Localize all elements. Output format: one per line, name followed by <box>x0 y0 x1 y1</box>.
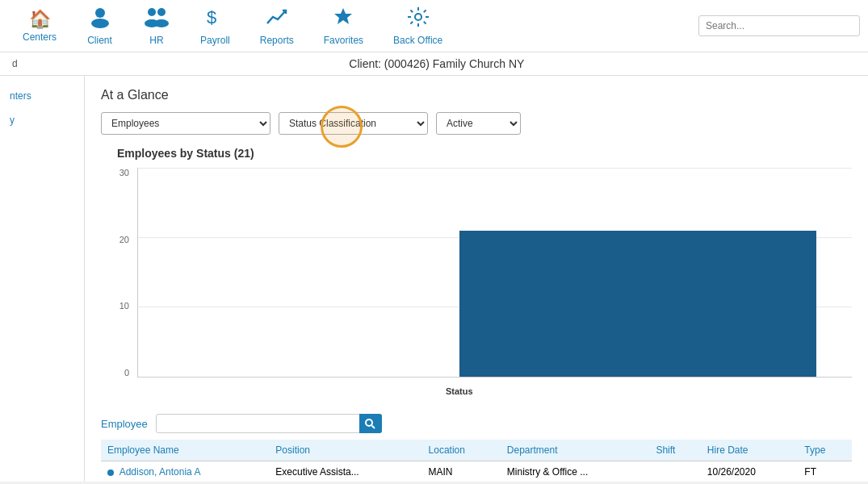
svg-point-9 <box>366 419 372 426</box>
y-label-30: 30 <box>120 168 129 177</box>
main-layout: nters y At a Glance Employees Status Cla… <box>0 76 868 482</box>
nav-payroll-label: Payroll <box>200 35 230 46</box>
back-office-icon <box>406 6 430 33</box>
nav-payroll[interactable]: $ Payroll <box>186 0 245 52</box>
shift-cell <box>649 461 700 482</box>
nav-search-container <box>698 15 860 36</box>
status-classification-dropdown[interactable]: Status Classification <box>279 112 428 135</box>
location-cell: MAIN <box>422 461 501 482</box>
table-row: Addison, Antonia A Executive Assista... … <box>101 461 852 482</box>
main-content: At a Glance Employees Status Classificat… <box>85 76 868 482</box>
y-label-20: 20 <box>120 235 129 244</box>
nav-client[interactable]: Client <box>72 0 128 52</box>
employee-search-row: Employee <box>101 414 852 433</box>
position-cell: Executive Assista... <box>269 461 421 482</box>
client-title: Client: (000426) Family Church NY <box>18 57 856 70</box>
sidebar-centers-label: nters <box>10 90 31 102</box>
col-header-location: Location <box>422 440 501 461</box>
svg-line-10 <box>372 425 375 428</box>
nav-back-office[interactable]: Back Office <box>379 0 458 52</box>
hire-date-cell: 10/26/2020 <box>701 461 799 482</box>
centers-icon: 🏠 <box>29 9 51 30</box>
filters-row: Employees Status Classification Active <box>101 112 852 135</box>
nav-back-office-label: Back Office <box>393 35 442 46</box>
chart-plot-area: Status <box>137 168 852 378</box>
status-dot <box>107 469 114 476</box>
nav-centers[interactable]: 🏠 Centers <box>8 0 72 52</box>
svg-text:$: $ <box>207 7 216 27</box>
employee-search-wrap <box>156 414 382 433</box>
svg-point-8 <box>415 14 421 20</box>
nav-centers-label: Centers <box>23 31 57 43</box>
table-body: Addison, Antonia A Executive Assista... … <box>101 461 852 482</box>
chart-title: Employees by Status (21) <box>117 147 852 160</box>
sidebar-y-label: y <box>10 115 15 126</box>
nav-client-label: Client <box>87 35 112 46</box>
svg-point-5 <box>154 19 169 27</box>
nav-favorites-label: Favorites <box>324 35 363 46</box>
svg-marker-7 <box>334 8 352 24</box>
svg-point-1 <box>91 19 109 28</box>
sidebar-item-y[interactable]: y <box>0 108 84 132</box>
department-cell: Ministry & Office ... <box>501 461 650 482</box>
client-icon <box>88 6 112 33</box>
employee-section-label[interactable]: Employee <box>101 418 148 430</box>
chart-container: 30 20 10 0 Status <box>101 168 852 402</box>
svg-point-2 <box>148 8 156 16</box>
employee-name-cell: Addison, Antonia A <box>101 461 269 482</box>
nav-favorites[interactable]: Favorites <box>309 0 379 52</box>
gridline-30 <box>138 168 852 169</box>
svg-point-0 <box>95 8 105 18</box>
section-title: At a Glance <box>101 88 852 102</box>
payroll-icon: $ <box>203 6 226 33</box>
col-header-position: Position <box>269 440 421 461</box>
chart-y-axis: 30 20 10 0 <box>101 168 133 378</box>
top-navigation: 🏠 Centers Client HR $ Payroll <box>0 0 868 52</box>
col-header-department: Department <box>501 440 650 461</box>
reports-icon <box>265 6 289 33</box>
col-header-type: Type <box>798 440 852 461</box>
nav-reports-label: Reports <box>260 35 294 46</box>
employee-table: Employee Name Position Location Departme… <box>101 440 852 482</box>
nav-reports[interactable]: Reports <box>245 0 309 52</box>
col-header-shift: Shift <box>649 440 700 461</box>
type-cell: FT <box>798 461 852 482</box>
employee-name-link[interactable]: Addison, Antonia A <box>120 466 201 478</box>
y-label-0: 0 <box>124 368 129 378</box>
sub-header-left: d <box>12 58 18 69</box>
chart-bar-active <box>459 231 816 377</box>
nav-hr[interactable]: HR <box>128 0 186 52</box>
active-dropdown[interactable]: Active <box>436 112 521 135</box>
chart-x-label: Status <box>446 386 473 396</box>
nav-search-input[interactable] <box>698 15 860 36</box>
hr-icon <box>143 6 170 33</box>
nav-hr-label: HR <box>149 35 163 46</box>
sub-header: d Client: (000426) Family Church NY <box>0 52 868 76</box>
col-header-hire-date: Hire Date <box>701 440 799 461</box>
favorites-icon <box>332 6 354 33</box>
employees-dropdown[interactable]: Employees <box>101 112 270 135</box>
employee-search-input[interactable] <box>156 414 382 433</box>
sidebar-item-centers[interactable]: nters <box>0 84 84 108</box>
y-label-10: 10 <box>120 301 129 311</box>
col-header-name: Employee Name <box>101 440 269 461</box>
table-header: Employee Name Position Location Departme… <box>101 440 852 461</box>
employee-search-button[interactable] <box>359 414 382 433</box>
sidebar: nters y <box>0 76 85 482</box>
svg-point-3 <box>157 8 166 16</box>
